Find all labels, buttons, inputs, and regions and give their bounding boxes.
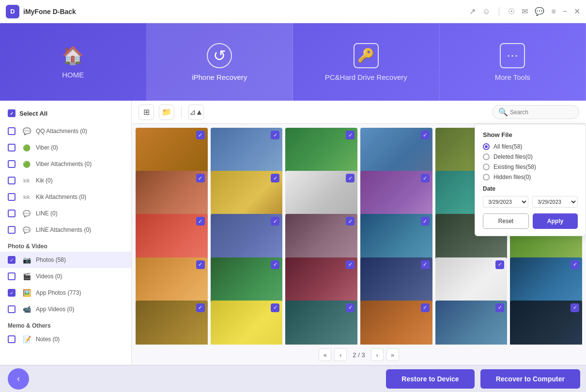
sidebar-item-notes[interactable]: 📝 Notes (0) xyxy=(0,331,131,347)
qq-icon: 💬 xyxy=(21,126,32,136)
location-icon[interactable]: ☉ xyxy=(508,7,515,16)
prev-page-button[interactable]: ‹ xyxy=(334,348,347,361)
photo-check-24: ✓ xyxy=(571,260,579,269)
sidebar-item-viber[interactable]: 🟢 Viber (0) xyxy=(0,139,131,156)
menu-icon[interactable]: ≡ xyxy=(551,7,555,16)
kik-checkbox[interactable] xyxy=(8,177,15,184)
filter-deleted-files[interactable]: Deleted files(0) xyxy=(483,153,578,160)
viber-icon: 🟢 xyxy=(21,142,32,153)
kik-attach-checkbox[interactable] xyxy=(8,193,15,201)
sidebar-item-photos[interactable]: ✓ 📷 Photos (58) xyxy=(0,252,131,268)
pagination: « ‹ 2 / 3 › » xyxy=(132,345,586,365)
photo-check-30: ✓ xyxy=(571,303,579,312)
app-videos-checkbox[interactable] xyxy=(8,305,15,313)
photo-cell-26[interactable]: ✓ xyxy=(211,301,283,345)
close-icon[interactable]: ✕ xyxy=(574,7,580,16)
photo-cell-28[interactable]: ✓ xyxy=(360,301,432,345)
minimize-icon[interactable]: − xyxy=(563,7,567,16)
line-attach-label: LINE Attachments (0) xyxy=(36,226,91,233)
filter-title: Show File xyxy=(483,131,578,138)
videos-checkbox[interactable] xyxy=(8,272,15,280)
app-photos-label: App Photos (773) xyxy=(36,289,81,296)
notes-checkbox[interactable] xyxy=(8,335,15,343)
photo-check-9: ✓ xyxy=(346,174,355,182)
notes-icon: 📝 xyxy=(21,334,32,345)
viber-attach-checkbox[interactable] xyxy=(8,160,15,168)
iphone-recovery-icon: ↺ xyxy=(207,43,232,68)
photo-check-2: ✓ xyxy=(271,131,279,139)
filter-button[interactable]: ⊿▲ xyxy=(188,105,204,120)
app-name: iMyFone D-Back xyxy=(23,8,469,15)
titlebar: D iMyFone D-Back ↗ ☺ ☉ ✉ 💬 ≡ − ✕ xyxy=(0,0,586,23)
content-area: ⊞ 📁 ⊿▲ 🔍 Show File All files(58) xyxy=(132,101,586,365)
grid-icon: ⊞ xyxy=(143,107,150,117)
nav-pc-recovery[interactable]: 🔑 PC&Hard Drive Recovery xyxy=(293,23,440,101)
folder-view-button[interactable]: 📁 xyxy=(159,105,174,120)
photo-cell-30[interactable]: ✓ xyxy=(510,301,582,345)
filter-actions: Reset Apply xyxy=(483,213,578,229)
sidebar-item-videos[interactable]: 🎬 Videos (0) xyxy=(0,268,131,285)
restore-to-device-button[interactable]: Restore to Device xyxy=(386,369,474,389)
kik-attach-label: Kik Attachments (0) xyxy=(36,194,86,200)
app-photos-checkbox[interactable]: ✓ xyxy=(8,289,15,297)
grid-view-button[interactable]: ⊞ xyxy=(139,105,154,120)
recover-to-computer-button[interactable]: Recover to Computer xyxy=(480,369,580,389)
filter-hidden-files[interactable]: Hidden files(0) xyxy=(483,174,578,181)
nav-home[interactable]: 🏠 HOME xyxy=(0,23,147,101)
photos-checkbox[interactable]: ✓ xyxy=(8,256,15,264)
photo-cell-25[interactable]: ✓ xyxy=(136,301,208,345)
photos-label: Photos (58) xyxy=(36,256,66,263)
photo-check-21: ✓ xyxy=(346,260,355,269)
select-all-row[interactable]: ✓ Select All xyxy=(0,106,131,123)
photo-cell-27[interactable]: ✓ xyxy=(285,301,357,345)
viber-checkbox[interactable] xyxy=(8,144,15,151)
nav-more-tools[interactable]: ⋯ More Tools xyxy=(440,23,586,101)
back-button[interactable]: ‹ xyxy=(8,368,29,390)
filter-existing-files[interactable]: Existing files(58) xyxy=(483,164,578,170)
sidebar-item-viber-attachments[interactable]: 🟢 Viber Attachments (0) xyxy=(0,156,131,172)
next-page-button[interactable]: › xyxy=(371,348,384,361)
line-checkbox[interactable] xyxy=(8,210,15,217)
last-page-button[interactable]: » xyxy=(386,348,399,361)
search-input[interactable] xyxy=(510,109,573,116)
nav-iphone-recovery-label: iPhone Recovery xyxy=(192,73,247,81)
sidebar-item-line[interactable]: 💬 LINE (0) xyxy=(0,205,131,222)
photo-check-20: ✓ xyxy=(271,260,279,269)
photo-cell-29[interactable]: ✓ xyxy=(435,301,508,345)
viber-attach-label: Viber Attachments (0) xyxy=(36,161,92,167)
sidebar-item-line-attachments[interactable]: 💬 LINE Attachments (0) xyxy=(0,222,131,238)
sidebar-item-app-photos[interactable]: ✓ 🖼️ App Photos (773) xyxy=(0,285,131,301)
kik-attach-icon: kik xyxy=(21,192,32,202)
app-videos-icon: 📹 xyxy=(21,304,32,315)
reset-button[interactable]: Reset xyxy=(483,213,529,229)
share-icon[interactable]: ↗ xyxy=(469,7,476,16)
radio-hidden-files xyxy=(483,174,490,181)
sidebar-item-kik-attachments[interactable]: kik Kik Attachments (0) xyxy=(0,189,131,205)
qq-attachments-checkbox[interactable] xyxy=(8,127,15,135)
nav-iphone-recovery[interactable]: ↺ iPhone Recovery xyxy=(147,23,293,101)
line-attach-checkbox[interactable] xyxy=(8,226,15,234)
separator xyxy=(499,7,499,16)
videos-label: Videos (0) xyxy=(36,273,62,280)
date-from-select[interactable]: 3/29/2023 xyxy=(483,196,528,208)
nav-more-tools-label: More Tools xyxy=(495,73,530,81)
user-icon[interactable]: ☺ xyxy=(482,7,490,16)
photo-check-29: ✓ xyxy=(495,303,504,312)
titlebar-controls: ↗ ☺ ☉ ✉ 💬 ≡ − ✕ xyxy=(469,7,580,16)
sidebar-item-kik[interactable]: kik Kik (0) xyxy=(0,172,131,189)
chat-icon[interactable]: 💬 xyxy=(535,7,544,16)
select-all-checkbox[interactable]: ✓ xyxy=(8,109,15,117)
filter-all-files[interactable]: All files(58) xyxy=(483,143,578,150)
sidebar-item-qq-attachments[interactable]: 💬 QQ Attachments (0) xyxy=(0,123,131,139)
first-page-button[interactable]: « xyxy=(319,348,331,361)
mail-icon[interactable]: ✉ xyxy=(522,7,528,16)
search-box: 🔍 xyxy=(492,105,579,119)
section-photo-video: Photo & Video xyxy=(0,238,131,252)
app-photos-icon: 🖼️ xyxy=(21,287,32,298)
back-icon: ‹ xyxy=(17,374,20,384)
date-to-select[interactable]: 3/29/2023 xyxy=(532,196,578,208)
apply-button[interactable]: Apply xyxy=(533,213,578,229)
date-range-row: 3/29/2023 3/29/2023 xyxy=(483,196,578,208)
photo-check-3: ✓ xyxy=(346,131,355,139)
sidebar-item-app-videos[interactable]: 📹 App Videos (0) xyxy=(0,301,131,317)
